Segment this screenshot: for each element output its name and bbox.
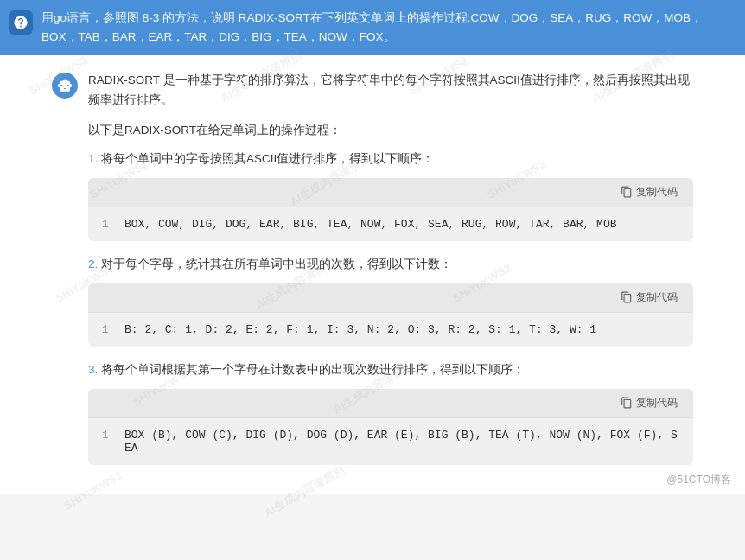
step2-label: 2. 对于每个字母，统计其在所有单词中出现的次数，得到以下计数： [88, 255, 693, 275]
code-text-1: BOX, COW, DIG, DOG, EAR, BIG, TEA, NOW, … [124, 218, 617, 231]
code-text-2: B: 2, C: 1, D: 2, E: 2, F: 1, I: 3, N: 2… [124, 323, 596, 336]
copy-button-2[interactable]: 复制代码 [615, 289, 683, 307]
question-svg-icon [13, 15, 29, 30]
step1-label: 1. 将每个单词中的字母按照其ASCII值进行排序，得到以下顺序： [88, 150, 693, 169]
copy-label-1: 复制代码 [636, 185, 678, 200]
line-num-1: 1 [102, 218, 112, 231]
code-block-3: 复制代码 1 BOX (B), COW (C), DIG (D), DOG (D… [88, 389, 693, 465]
line-num-2: 1 [102, 323, 112, 336]
step1-text: 将每个单词中的字母按照其ASCII值进行排序，得到以下顺序： [101, 152, 434, 165]
step1-number: 1. [88, 152, 101, 165]
question-icon [9, 10, 33, 35]
intro-text-1: RADIX-SORT 是一种基于字符的排序算法，它将字符串中的每个字符按照其AS… [88, 71, 693, 111]
code-block-2: 复制代码 1 B: 2, C: 1, D: 2, E: 2, F: 1, I: … [88, 283, 693, 347]
site-badge: @51CTO博客 [666, 473, 731, 487]
response-section: RADIX-SORT 是一种基于字符的排序算法，它将字符串中的每个字符按照其AS… [52, 71, 693, 479]
step3-number: 3. [88, 363, 101, 376]
code-toolbar-3: 复制代码 [88, 389, 693, 418]
code-content-3: 1 BOX (B), COW (C), DIG (D), DOG (D), EA… [88, 418, 693, 465]
copy-icon-2 [621, 291, 633, 303]
response-icon [52, 73, 78, 99]
step2-text: 对于每个字母，统计其在所有单词中出现的次数，得到以下计数： [101, 258, 452, 270]
code-content-1: 1 BOX, COW, DIG, DOG, EAR, BIG, TEA, NOW… [88, 207, 693, 241]
line-num-3: 1 [102, 429, 112, 455]
copy-button-1[interactable]: 复制代码 [615, 183, 683, 201]
code-toolbar-2: 复制代码 [88, 283, 693, 313]
copy-icon-3 [621, 397, 633, 409]
step2-number: 2. [88, 258, 101, 270]
copy-label-2: 复制代码 [636, 290, 678, 305]
response-body: RADIX-SORT 是一种基于字符的排序算法，它将字符串中的每个字符按照其AS… [88, 71, 693, 479]
code-toolbar-1: 复制代码 [88, 178, 693, 207]
step3-text: 将每个单词根据其第一个字母在计数表中的出现次数进行排序，得到以下顺序： [101, 363, 525, 376]
question-bar: 用go语言，参照图 8-3 的方法，说明 RADIX-SORT在下列英文单词上的… [0, 0, 745, 55]
main-content: RADIX-SORT 是一种基于字符的排序算法，它将字符串中的每个字符按照其AS… [0, 55, 745, 494]
code-block-1: 复制代码 1 BOX, COW, DIG, DOG, EAR, BIG, TEA… [88, 178, 693, 241]
copy-label-3: 复制代码 [636, 396, 678, 410]
robot-icon [57, 78, 73, 93]
step3-label: 3. 将每个单词根据其第一个字母在计数表中的出现次数进行排序，得到以下顺序： [88, 360, 693, 380]
code-content-2: 1 B: 2, C: 1, D: 2, E: 2, F: 1, I: 3, N:… [88, 313, 693, 347]
copy-icon-1 [621, 186, 633, 198]
code-text-3: BOX (B), COW (C), DIG (D), DOG (D), EAR … [124, 429, 679, 455]
copy-button-3[interactable]: 复制代码 [615, 394, 683, 412]
question-text: 用go语言，参照图 8-3 的方法，说明 RADIX-SORT在下列英文单词上的… [41, 9, 733, 46]
intro-text-2: 以下是RADIX-SORT在给定单词上的操作过程： [88, 121, 693, 141]
